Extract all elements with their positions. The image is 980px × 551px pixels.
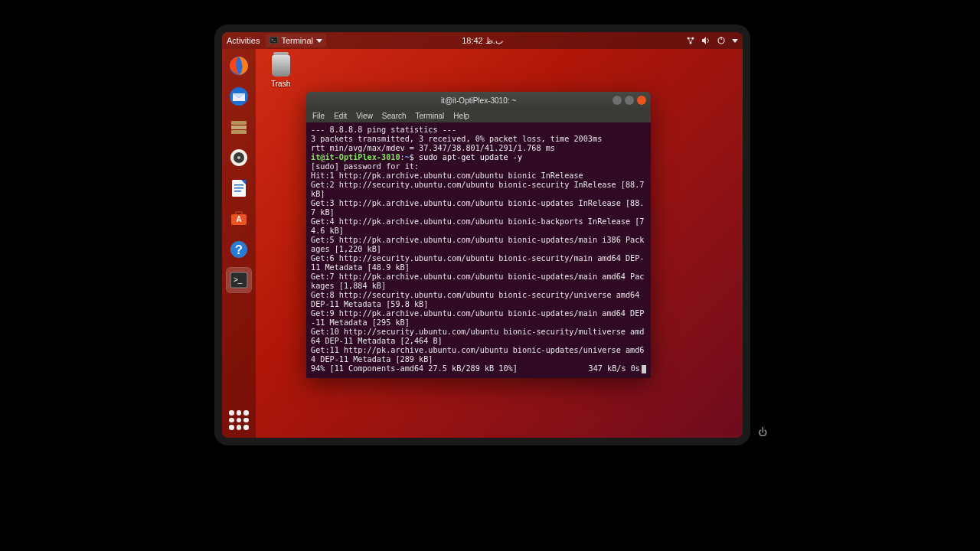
power-icon bbox=[717, 36, 726, 45]
close-button[interactable] bbox=[637, 96, 646, 105]
terminal-menubar: File Edit View Search Terminal Help bbox=[306, 109, 651, 122]
libreoffice-writer-icon[interactable] bbox=[227, 176, 251, 201]
svg-rect-11 bbox=[231, 130, 247, 134]
gnome-topbar: Activities >_ Terminal 18:42 ب.ظ bbox=[222, 32, 743, 49]
monitor-bezel: Activities >_ Terminal 18:42 ب.ظ bbox=[214, 24, 750, 445]
window-titlebar[interactable]: it@it-OptiPlex-3010: ~ bbox=[306, 92, 651, 109]
volume-icon bbox=[701, 36, 710, 45]
chevron-down-icon bbox=[732, 39, 738, 43]
trash-label: Trash bbox=[271, 80, 290, 88]
show-applications-button[interactable] bbox=[229, 410, 249, 430]
firefox-icon[interactable] bbox=[227, 54, 251, 78]
ubuntu-dock: A ? >_ bbox=[222, 49, 256, 438]
minimize-button[interactable] bbox=[612, 96, 622, 105]
maximize-button[interactable] bbox=[625, 96, 634, 105]
clock[interactable]: 18:42 ب.ظ bbox=[462, 36, 503, 46]
network-icon bbox=[686, 36, 695, 45]
svg-text:>_: >_ bbox=[234, 276, 243, 284]
svg-rect-16 bbox=[234, 184, 243, 186]
terminal-content[interactable]: --- 8.8.8.8 ping statistics --- 3 packet… bbox=[306, 122, 651, 378]
files-icon[interactable] bbox=[227, 115, 251, 139]
menu-terminal[interactable]: Terminal bbox=[416, 112, 445, 120]
window-title: it@it-OptiPlex-3010: ~ bbox=[441, 96, 516, 105]
desktop-screen: Activities >_ Terminal 18:42 ب.ظ bbox=[222, 32, 743, 438]
ubuntu-software-icon[interactable]: A bbox=[227, 207, 251, 231]
svg-text:A: A bbox=[236, 215, 241, 223]
svg-point-14 bbox=[237, 156, 240, 159]
svg-text:?: ? bbox=[235, 243, 243, 256]
trash-icon bbox=[272, 55, 290, 77]
menu-view[interactable]: View bbox=[356, 112, 373, 120]
activities-button[interactable]: Activities bbox=[227, 36, 260, 45]
trash-desktop-icon[interactable]: Trash bbox=[271, 55, 290, 88]
chevron-down-icon bbox=[316, 39, 322, 43]
menu-file[interactable]: File bbox=[312, 112, 325, 120]
menu-edit[interactable]: Edit bbox=[334, 112, 347, 120]
svg-rect-10 bbox=[231, 126, 247, 129]
terminal-window[interactable]: it@it-OptiPlex-3010: ~ File Edit View Se… bbox=[306, 92, 651, 378]
terminal-small-icon: >_ bbox=[270, 36, 278, 45]
svg-text:>_: >_ bbox=[271, 37, 276, 42]
menu-search[interactable]: Search bbox=[382, 112, 407, 120]
monitor-power-icon: ⏻ bbox=[758, 427, 767, 438]
svg-rect-18 bbox=[234, 191, 241, 192]
app-menu-label: Terminal bbox=[281, 36, 313, 45]
svg-rect-17 bbox=[234, 187, 243, 189]
app-menu[interactable]: >_ Terminal bbox=[266, 34, 326, 47]
thunderbird-icon[interactable] bbox=[227, 84, 251, 109]
menu-help[interactable]: Help bbox=[453, 112, 469, 120]
svg-rect-9 bbox=[231, 121, 247, 125]
status-area[interactable] bbox=[686, 36, 738, 45]
terminal-icon[interactable]: >_ bbox=[227, 268, 251, 292]
rhythmbox-icon[interactable] bbox=[227, 145, 251, 170]
help-icon[interactable]: ? bbox=[227, 237, 251, 262]
